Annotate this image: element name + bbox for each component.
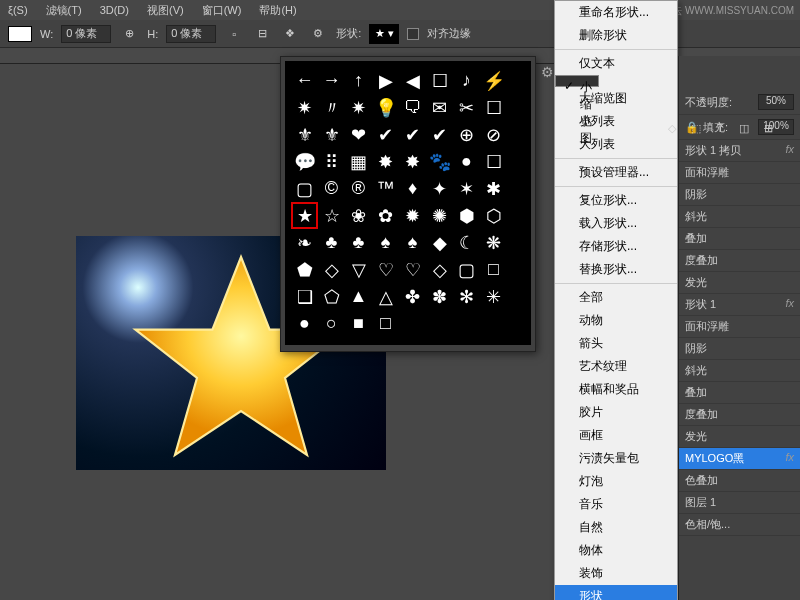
picker-gear-icon[interactable]: ⚙ [541, 64, 554, 80]
menu-item[interactable]: 音乐 [555, 493, 677, 516]
stack-icon[interactable]: ❖ [280, 24, 300, 44]
shape-cell[interactable]: ♦ [399, 175, 426, 202]
menu-view[interactable]: 视图(V) [147, 3, 184, 18]
shape-cell[interactable]: ✹ [399, 202, 426, 229]
shape-cell[interactable]: ☐ [426, 67, 453, 94]
shape-cell[interactable]: ◀ [399, 67, 426, 94]
shape-cell[interactable]: ✂ [453, 94, 480, 121]
layer-item[interactable]: 斜光 [679, 360, 800, 382]
shape-cell[interactable]: → [318, 67, 345, 94]
shape-cell[interactable]: ⬟ [291, 256, 318, 283]
shape-cell[interactable]: ♣ [318, 229, 345, 256]
shape-cell[interactable]: △ [372, 283, 399, 310]
menu-item[interactable]: 大列表 [555, 133, 677, 156]
shape-cell[interactable]: ♪ [453, 67, 480, 94]
menu-item[interactable]: 污渍矢量包 [555, 447, 677, 470]
shape-cell[interactable] [426, 310, 453, 337]
shape-cell[interactable]: ● [453, 148, 480, 175]
layer-item[interactable]: 发光 [679, 272, 800, 294]
shape-cell[interactable]: 🗨 [399, 94, 426, 121]
shape-cell[interactable]: 〃 [318, 94, 345, 121]
shape-cell[interactable] [399, 310, 426, 337]
menu-item[interactable]: 物体 [555, 539, 677, 562]
menu-item[interactable]: 删除形状 [555, 24, 677, 47]
layer-item[interactable]: 图层 1 [679, 492, 800, 514]
shape-cell[interactable]: ☐ [480, 94, 507, 121]
shape-cell[interactable]: ✱ [480, 175, 507, 202]
shape-cell[interactable]: 💡 [372, 94, 399, 121]
menu-item[interactable]: 装饰 [555, 562, 677, 585]
layer-item[interactable]: 色叠加 [679, 470, 800, 492]
shape-cell[interactable]: ⬢ [453, 202, 480, 229]
menu-item[interactable]: 预设管理器... [555, 161, 677, 184]
shape-cell[interactable]: ⊘ [480, 121, 507, 148]
shape-cell[interactable]: ☾ [453, 229, 480, 256]
layer-item[interactable]: 形状 1fx [679, 294, 800, 316]
menu-item[interactable]: 重命名形状... [555, 1, 677, 24]
shape-cell[interactable]: ♡ [399, 256, 426, 283]
grid-icon[interactable]: ⊞ [760, 120, 776, 136]
layer-item[interactable]: 度叠加 [679, 404, 800, 426]
menu-help[interactable]: 帮助(H) [259, 3, 296, 18]
shape-cell[interactable]: ⚜ [318, 121, 345, 148]
split-icon[interactable]: ◫ [736, 120, 752, 136]
shape-cell[interactable]: ⬡ [480, 202, 507, 229]
diamond-icon[interactable]: ◇ [664, 120, 680, 136]
menu-item[interactable]: 存储形状... [555, 235, 677, 258]
menu-item[interactable]: 横幅和奖品 [555, 378, 677, 401]
shape-cell[interactable]: ■ [345, 310, 372, 337]
shape-cell[interactable]: ☐ [480, 148, 507, 175]
fill-swatch[interactable] [8, 26, 32, 42]
shape-cell[interactable]: ⚜ [291, 121, 318, 148]
shape-cell[interactable]: ✷ [291, 94, 318, 121]
layer-item[interactable]: 面和浮雕 [679, 316, 800, 338]
menu-item[interactable]: 替换形状... [555, 258, 677, 281]
link-icon[interactable]: ⊕ [119, 24, 139, 44]
menu-item[interactable]: 复位形状... [555, 189, 677, 212]
menu-item[interactable]: 动物 [555, 309, 677, 332]
rect-icon[interactable]: ⬚ [688, 120, 704, 136]
shape-cell[interactable]: ✔ [399, 121, 426, 148]
layer-item[interactable]: 面和浮雕 [679, 162, 800, 184]
layer-item[interactable]: 阴影 [679, 338, 800, 360]
menu-filter[interactable]: 滤镜(T) [46, 3, 82, 18]
shape-cell[interactable]: □ [480, 256, 507, 283]
shape-cell[interactable]: ✽ [426, 283, 453, 310]
shape-cell[interactable]: © [318, 175, 345, 202]
shape-cell[interactable]: ❋ [480, 229, 507, 256]
layer-item[interactable]: 发光 [679, 426, 800, 448]
layer-item[interactable]: 色相/饱... [679, 514, 800, 536]
align-edges-checkbox[interactable] [407, 28, 419, 40]
menu-s[interactable]: ξ(S) [8, 4, 28, 16]
shape-dropdown[interactable]: ★ ▾ [369, 24, 399, 44]
shape-cell[interactable]: ⊕ [453, 121, 480, 148]
menu-item[interactable]: 艺术纹理 [555, 355, 677, 378]
shape-cell[interactable]: ▶ [372, 67, 399, 94]
layer-item[interactable]: 形状 1 拷贝fx [679, 140, 800, 162]
shape-cell[interactable]: ⚡ [480, 67, 507, 94]
shape-cell[interactable]: ○ [318, 310, 345, 337]
shape-cell[interactable]: ✺ [426, 202, 453, 229]
shape-cell[interactable]: ♣ [345, 229, 372, 256]
shape-cell[interactable]: ✔ [426, 121, 453, 148]
shape-cell[interactable]: ✷ [345, 94, 372, 121]
shape-cell[interactable]: □ [372, 310, 399, 337]
shape-cell[interactable]: ❤ [345, 121, 372, 148]
shape-cell[interactable]: ♠ [372, 229, 399, 256]
layer-item[interactable]: 度叠加 [679, 250, 800, 272]
menu-3d[interactable]: 3D(D) [100, 4, 129, 16]
shape-cell[interactable]: ↑ [345, 67, 372, 94]
shape-cell[interactable]: ★ [291, 202, 318, 229]
shape-cell[interactable]: ▽ [345, 256, 372, 283]
shape-cell[interactable]: ← [291, 67, 318, 94]
align-icon-2[interactable]: ⊟ [252, 24, 272, 44]
shape-cell[interactable]: 💬 [291, 148, 318, 175]
menu-item[interactable]: 大缩览图 [555, 87, 677, 110]
shape-cell[interactable]: ▲ [345, 283, 372, 310]
shape-cell[interactable] [480, 310, 507, 337]
shape-cell[interactable]: ● [291, 310, 318, 337]
menu-item[interactable]: 全部 [555, 286, 677, 309]
menu-item[interactable]: 形状 [555, 585, 677, 600]
menu-item[interactable]: 载入形状... [555, 212, 677, 235]
menu-window[interactable]: 窗口(W) [202, 3, 242, 18]
